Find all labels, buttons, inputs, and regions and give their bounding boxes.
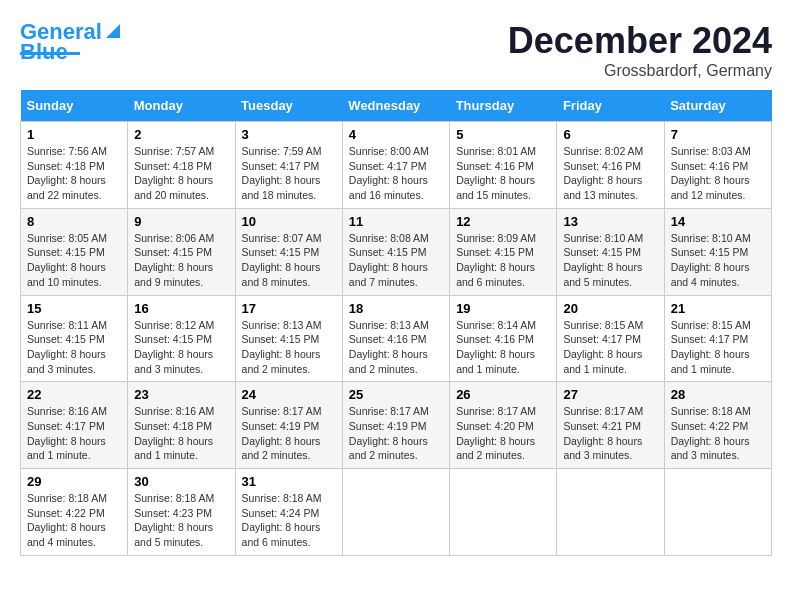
cell-content: Sunrise: 8:17 AMSunset: 4:20 PMDaylight:…	[456, 404, 550, 463]
logo-arrow-icon	[104, 22, 122, 40]
day-number: 20	[563, 301, 657, 316]
day-number: 1	[27, 127, 121, 142]
calendar-cell	[664, 469, 771, 556]
day-number: 19	[456, 301, 550, 316]
calendar-cell: 19Sunrise: 8:14 AMSunset: 4:16 PMDayligh…	[450, 295, 557, 382]
calendar-cell	[342, 469, 449, 556]
header-sunday: Sunday	[21, 90, 128, 122]
day-number: 28	[671, 387, 765, 402]
cell-content: Sunrise: 8:01 AMSunset: 4:16 PMDaylight:…	[456, 144, 550, 203]
calendar-cell: 12Sunrise: 8:09 AMSunset: 4:15 PMDayligh…	[450, 208, 557, 295]
header-monday: Monday	[128, 90, 235, 122]
calendar-table: SundayMondayTuesdayWednesdayThursdayFrid…	[20, 90, 772, 556]
cell-content: Sunrise: 8:07 AMSunset: 4:15 PMDaylight:…	[242, 231, 336, 290]
cell-content: Sunrise: 8:10 AMSunset: 4:15 PMDaylight:…	[671, 231, 765, 290]
calendar-cell: 28Sunrise: 8:18 AMSunset: 4:22 PMDayligh…	[664, 382, 771, 469]
cell-content: Sunrise: 8:18 AMSunset: 4:22 PMDaylight:…	[671, 404, 765, 463]
calendar-cell: 1Sunrise: 7:56 AMSunset: 4:18 PMDaylight…	[21, 122, 128, 209]
calendar-cell: 20Sunrise: 8:15 AMSunset: 4:17 PMDayligh…	[557, 295, 664, 382]
day-number: 26	[456, 387, 550, 402]
cell-content: Sunrise: 7:56 AMSunset: 4:18 PMDaylight:…	[27, 144, 121, 203]
cell-content: Sunrise: 8:05 AMSunset: 4:15 PMDaylight:…	[27, 231, 121, 290]
day-number: 6	[563, 127, 657, 142]
day-number: 5	[456, 127, 550, 142]
day-number: 2	[134, 127, 228, 142]
cell-content: Sunrise: 8:16 AMSunset: 4:17 PMDaylight:…	[27, 404, 121, 463]
calendar-cell: 3Sunrise: 7:59 AMSunset: 4:17 PMDaylight…	[235, 122, 342, 209]
logo: General Blue	[20, 20, 122, 55]
svg-marker-0	[106, 24, 120, 38]
day-number: 25	[349, 387, 443, 402]
calendar-cell: 24Sunrise: 8:17 AMSunset: 4:19 PMDayligh…	[235, 382, 342, 469]
cell-content: Sunrise: 8:15 AMSunset: 4:17 PMDaylight:…	[563, 318, 657, 377]
day-number: 23	[134, 387, 228, 402]
calendar-cell: 16Sunrise: 8:12 AMSunset: 4:15 PMDayligh…	[128, 295, 235, 382]
cell-content: Sunrise: 8:18 AMSunset: 4:23 PMDaylight:…	[134, 491, 228, 550]
calendar-cell: 23Sunrise: 8:16 AMSunset: 4:18 PMDayligh…	[128, 382, 235, 469]
title-area: December 2024 Grossbardorf, Germany	[508, 20, 772, 80]
cell-content: Sunrise: 8:17 AMSunset: 4:19 PMDaylight:…	[242, 404, 336, 463]
day-number: 11	[349, 214, 443, 229]
cell-content: Sunrise: 7:57 AMSunset: 4:18 PMDaylight:…	[134, 144, 228, 203]
cell-content: Sunrise: 8:18 AMSunset: 4:24 PMDaylight:…	[242, 491, 336, 550]
calendar-cell: 11Sunrise: 8:08 AMSunset: 4:15 PMDayligh…	[342, 208, 449, 295]
header-saturday: Saturday	[664, 90, 771, 122]
calendar-cell: 6Sunrise: 8:02 AMSunset: 4:16 PMDaylight…	[557, 122, 664, 209]
cell-content: Sunrise: 8:15 AMSunset: 4:17 PMDaylight:…	[671, 318, 765, 377]
cell-content: Sunrise: 8:06 AMSunset: 4:15 PMDaylight:…	[134, 231, 228, 290]
day-number: 22	[27, 387, 121, 402]
calendar-week-row: 1Sunrise: 7:56 AMSunset: 4:18 PMDaylight…	[21, 122, 772, 209]
cell-content: Sunrise: 8:00 AMSunset: 4:17 PMDaylight:…	[349, 144, 443, 203]
calendar-cell: 15Sunrise: 8:11 AMSunset: 4:15 PMDayligh…	[21, 295, 128, 382]
calendar-cell: 31Sunrise: 8:18 AMSunset: 4:24 PMDayligh…	[235, 469, 342, 556]
calendar-cell: 5Sunrise: 8:01 AMSunset: 4:16 PMDaylight…	[450, 122, 557, 209]
day-number: 27	[563, 387, 657, 402]
calendar-week-row: 8Sunrise: 8:05 AMSunset: 4:15 PMDaylight…	[21, 208, 772, 295]
calendar-cell: 22Sunrise: 8:16 AMSunset: 4:17 PMDayligh…	[21, 382, 128, 469]
day-number: 15	[27, 301, 121, 316]
calendar-cell: 25Sunrise: 8:17 AMSunset: 4:19 PMDayligh…	[342, 382, 449, 469]
logo-underline	[20, 52, 80, 55]
calendar-cell: 4Sunrise: 8:00 AMSunset: 4:17 PMDaylight…	[342, 122, 449, 209]
calendar-cell: 30Sunrise: 8:18 AMSunset: 4:23 PMDayligh…	[128, 469, 235, 556]
calendar-cell: 2Sunrise: 7:57 AMSunset: 4:18 PMDaylight…	[128, 122, 235, 209]
day-number: 30	[134, 474, 228, 489]
header-tuesday: Tuesday	[235, 90, 342, 122]
calendar-week-row: 22Sunrise: 8:16 AMSunset: 4:17 PMDayligh…	[21, 382, 772, 469]
cell-content: Sunrise: 8:11 AMSunset: 4:15 PMDaylight:…	[27, 318, 121, 377]
cell-content: Sunrise: 8:13 AMSunset: 4:16 PMDaylight:…	[349, 318, 443, 377]
header-friday: Friday	[557, 90, 664, 122]
cell-content: Sunrise: 8:09 AMSunset: 4:15 PMDaylight:…	[456, 231, 550, 290]
calendar-week-row: 15Sunrise: 8:11 AMSunset: 4:15 PMDayligh…	[21, 295, 772, 382]
cell-content: Sunrise: 8:17 AMSunset: 4:21 PMDaylight:…	[563, 404, 657, 463]
day-number: 18	[349, 301, 443, 316]
calendar-cell: 26Sunrise: 8:17 AMSunset: 4:20 PMDayligh…	[450, 382, 557, 469]
header-wednesday: Wednesday	[342, 90, 449, 122]
day-number: 9	[134, 214, 228, 229]
calendar-header-row: SundayMondayTuesdayWednesdayThursdayFrid…	[21, 90, 772, 122]
day-number: 16	[134, 301, 228, 316]
calendar-cell: 29Sunrise: 8:18 AMSunset: 4:22 PMDayligh…	[21, 469, 128, 556]
cell-content: Sunrise: 8:12 AMSunset: 4:15 PMDaylight:…	[134, 318, 228, 377]
day-number: 8	[27, 214, 121, 229]
day-number: 4	[349, 127, 443, 142]
day-number: 7	[671, 127, 765, 142]
calendar-week-row: 29Sunrise: 8:18 AMSunset: 4:22 PMDayligh…	[21, 469, 772, 556]
cell-content: Sunrise: 8:08 AMSunset: 4:15 PMDaylight:…	[349, 231, 443, 290]
day-number: 10	[242, 214, 336, 229]
cell-content: Sunrise: 8:10 AMSunset: 4:15 PMDaylight:…	[563, 231, 657, 290]
cell-content: Sunrise: 8:18 AMSunset: 4:22 PMDaylight:…	[27, 491, 121, 550]
day-number: 29	[27, 474, 121, 489]
day-number: 21	[671, 301, 765, 316]
calendar-cell: 9Sunrise: 8:06 AMSunset: 4:15 PMDaylight…	[128, 208, 235, 295]
calendar-cell: 13Sunrise: 8:10 AMSunset: 4:15 PMDayligh…	[557, 208, 664, 295]
header-thursday: Thursday	[450, 90, 557, 122]
page-header: General Blue December 2024 Grossbardorf,…	[20, 20, 772, 80]
cell-content: Sunrise: 8:14 AMSunset: 4:16 PMDaylight:…	[456, 318, 550, 377]
day-number: 31	[242, 474, 336, 489]
day-number: 17	[242, 301, 336, 316]
calendar-cell: 8Sunrise: 8:05 AMSunset: 4:15 PMDaylight…	[21, 208, 128, 295]
cell-content: Sunrise: 8:02 AMSunset: 4:16 PMDaylight:…	[563, 144, 657, 203]
month-title: December 2024	[508, 20, 772, 62]
calendar-cell: 10Sunrise: 8:07 AMSunset: 4:15 PMDayligh…	[235, 208, 342, 295]
